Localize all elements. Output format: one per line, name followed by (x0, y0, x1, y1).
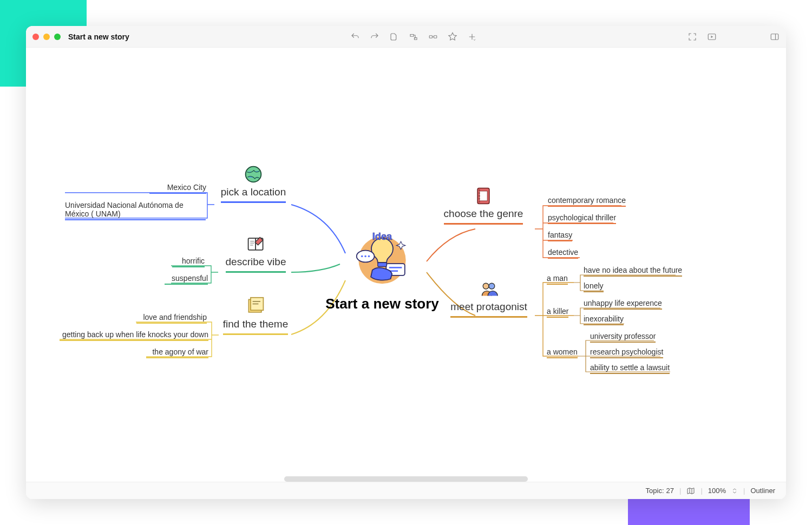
leaf-fantasy[interactable]: fantasy (548, 231, 572, 241)
branch-vibe-label: describe vibe (226, 256, 286, 273)
outliner-button[interactable]: Outliner (750, 487, 775, 495)
branch-location[interactable]: pick a location (215, 165, 291, 203)
leaf-inexorability[interactable]: inexorability (584, 314, 624, 325)
topic-count-value: 27 (666, 487, 674, 495)
topic-count-label: Topic: (646, 487, 664, 495)
svg-rect-20 (480, 191, 487, 201)
branch-theme-label: find the theme (223, 318, 288, 335)
svg-rect-0 (429, 35, 432, 38)
branch-location-label: pick a location (221, 186, 286, 203)
zoom-value[interactable]: 100% (708, 487, 726, 495)
book-pen-icon (246, 234, 266, 254)
leaf-suspensful[interactable]: suspensful (165, 274, 208, 285)
window-title: Start a new story (68, 32, 129, 41)
svg-point-14 (246, 167, 261, 182)
svg-point-10 (361, 255, 363, 258)
map-icon[interactable] (686, 487, 695, 495)
canvas[interactable]: Idea Start a new story pick a location M… (26, 48, 786, 482)
leaf-backup[interactable]: getting back up when life knocks your do… (60, 330, 208, 341)
star-icon[interactable] (448, 32, 457, 42)
subtopic-icon[interactable] (409, 32, 418, 42)
svg-point-22 (489, 283, 495, 289)
horizontal-scrollbar[interactable] (284, 476, 528, 482)
leaf-horrific[interactable]: horrific (172, 257, 205, 267)
idea-icon: Idea (352, 232, 412, 286)
leaf-psychologist[interactable]: research psychologist (590, 347, 663, 358)
panel-icon[interactable] (770, 32, 780, 42)
leaf-unam[interactable]: Universidad Nacional Autónoma de México … (65, 201, 206, 220)
leaf-professor[interactable]: university professor (590, 332, 656, 343)
sticky-note-icon (246, 297, 265, 316)
leaf-war[interactable]: the agony of war (146, 347, 208, 358)
minimize-dot[interactable] (43, 34, 50, 40)
fullscreen-icon[interactable] (687, 32, 697, 42)
notebook-icon (474, 186, 493, 206)
add-icon[interactable] (467, 32, 477, 42)
titlebar: Start a new story (26, 26, 786, 48)
leaf-mexico[interactable]: Mexico City (149, 183, 206, 194)
leaf-romance[interactable]: contemporary romance (548, 196, 626, 207)
svg-text:Idea: Idea (372, 232, 392, 242)
sub-man[interactable]: a man (547, 274, 568, 285)
central-label: Start a new story (312, 296, 453, 312)
toolbar-right (687, 32, 780, 42)
app-window: Start a new story (26, 26, 786, 499)
relationship-icon[interactable] (428, 32, 438, 42)
svg-rect-3 (771, 34, 778, 40)
branch-protagonist-label: meet protagonist (450, 301, 527, 318)
svg-rect-1 (434, 35, 437, 38)
svg-rect-8 (378, 262, 387, 266)
branch-vibe[interactable]: describe vibe (219, 234, 292, 273)
leaf-lawsuit[interactable]: ability to settle a lawsuit (590, 363, 670, 374)
maximize-dot[interactable] (54, 34, 61, 40)
undo-icon[interactable] (350, 32, 360, 42)
leaf-thriller[interactable]: psychological thriller (548, 213, 616, 224)
branch-genre-label: choose the genre (444, 208, 523, 225)
traffic-lights[interactable] (32, 34, 61, 40)
svg-point-21 (483, 283, 489, 289)
branch-genre[interactable]: choose the genre (432, 186, 535, 225)
sub-women[interactable]: a women (547, 347, 578, 358)
leaf-lonely[interactable]: lonely (584, 281, 604, 292)
leaf-detective[interactable]: detective (548, 248, 578, 259)
branch-protagonist[interactable]: meet protagonist (443, 279, 535, 318)
present-icon[interactable] (707, 32, 717, 42)
leaf-unhappy[interactable]: unhappy life experence (584, 299, 662, 310)
statusbar: Topic: 27 | | 100% | Outliner (26, 482, 786, 499)
toolbar-center (350, 32, 477, 42)
redo-icon[interactable] (370, 32, 379, 42)
central-topic[interactable]: Idea Start a new story (312, 232, 453, 312)
branch-theme[interactable]: find the theme (220, 297, 291, 335)
people-icon (479, 279, 499, 299)
globe-icon (244, 165, 263, 184)
leaf-love[interactable]: love and friendship (136, 313, 207, 324)
zoom-stepper-icon[interactable] (731, 487, 738, 495)
leaf-noidea[interactable]: have no idea about the future (584, 266, 682, 277)
topic-icon[interactable] (389, 32, 399, 42)
sub-killer[interactable]: a killer (547, 307, 568, 318)
svg-point-11 (364, 255, 366, 258)
svg-point-12 (368, 255, 370, 258)
close-dot[interactable] (32, 34, 39, 40)
